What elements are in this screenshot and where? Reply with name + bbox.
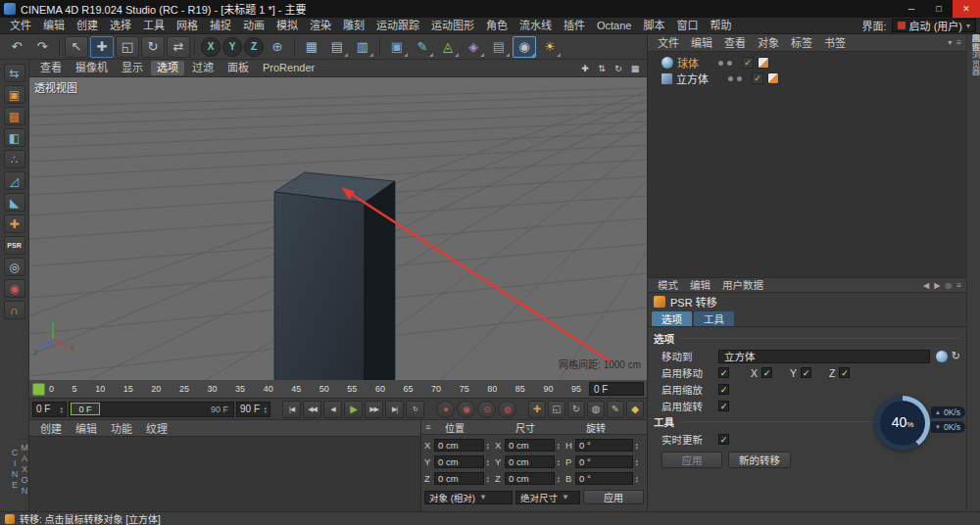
spinner-arrows[interactable] xyxy=(265,406,268,413)
coordinates-apply-button[interactable]: 应用 xyxy=(583,490,644,504)
pick-object-icon[interactable]: ↻ xyxy=(952,350,960,362)
material-menu-item[interactable]: 功能 xyxy=(105,420,138,436)
size-field[interactable]: 0 cm xyxy=(505,472,555,485)
points-mode-icon[interactable]: ∴ xyxy=(4,150,25,168)
play-button[interactable]: ▶ xyxy=(344,401,363,418)
material-menu-item[interactable]: 纹理 xyxy=(140,420,173,436)
rotation-field[interactable]: 0 ° xyxy=(575,472,633,485)
apply-button[interactable]: 应用 xyxy=(662,452,722,468)
spline-pen-icon[interactable]: ✎ xyxy=(411,36,434,58)
menu-item[interactable]: 文件 xyxy=(4,18,37,33)
viewport-menu-item[interactable]: 过滤 xyxy=(186,61,220,75)
edges-mode-icon[interactable]: ◿ xyxy=(4,171,25,190)
spinner-arrows[interactable] xyxy=(60,406,63,413)
axis-checkbox[interactable]: ✓ xyxy=(839,367,850,378)
spinner-arrows[interactable] xyxy=(486,475,489,483)
lock-z-axis-icon[interactable]: Z xyxy=(244,37,264,57)
spinner-arrows[interactable] xyxy=(486,458,489,466)
editor-visibility-dot[interactable] xyxy=(718,61,723,66)
record-parameter-toggle[interactable]: ◍ xyxy=(587,401,605,418)
spinner-arrows[interactable] xyxy=(486,442,489,450)
frame-range-slider[interactable]: 0 F 90 F xyxy=(69,402,234,417)
filter-icon[interactable]: ▾ xyxy=(948,38,952,47)
viewport-menu-item[interactable]: 摄像机 xyxy=(70,61,114,75)
timeline-playhead[interactable] xyxy=(32,383,45,396)
rotate-view-icon[interactable]: ↻ xyxy=(612,62,625,75)
size-mode-dropdown[interactable]: 绝对尺寸 ▼ xyxy=(515,491,580,504)
keyframe-presets-toggle[interactable]: ◆ xyxy=(626,401,644,418)
object-manager-menu-item[interactable]: 查看 xyxy=(719,35,751,51)
coordinate-mode-dropdown[interactable]: 对象 (相对) ▼ xyxy=(424,491,513,504)
menu-item[interactable]: 网格 xyxy=(171,18,204,33)
attribute-menu-item[interactable]: 模式 xyxy=(653,277,683,293)
cube-object[interactable] xyxy=(274,172,395,380)
model-mode-icon[interactable]: ▣ xyxy=(4,85,25,104)
timeline-ruler[interactable]: 05101520253035404550556065707580859095 0… xyxy=(29,380,647,399)
rotate-tool-icon[interactable]: ↻ xyxy=(141,36,165,58)
size-field[interactable]: 0 cm xyxy=(505,439,555,452)
tab-options[interactable]: 选项 xyxy=(652,311,692,326)
record-position-toggle[interactable]: ✚ xyxy=(528,401,546,418)
record-scale-toggle[interactable]: ◱ xyxy=(548,401,565,418)
object-name[interactable]: 立方体 xyxy=(676,71,709,86)
magnet-snap-icon[interactable]: ∩ xyxy=(4,301,25,319)
spinner-arrows[interactable] xyxy=(635,458,638,466)
record-keyframe-button[interactable]: ● xyxy=(436,401,455,418)
lock-panel-icon[interactable]: ◎ xyxy=(945,281,952,290)
viewport-menu-item[interactable]: 显示 xyxy=(116,61,149,75)
enabled-check-icon[interactable]: ✓ xyxy=(752,72,763,84)
menu-item[interactable]: 插件 xyxy=(558,18,591,33)
keyframe-selection-button[interactable]: ◍ xyxy=(498,401,516,418)
prev-frame-button[interactable]: ◀ xyxy=(323,401,342,418)
realtime-update-checkbox[interactable]: ✓ xyxy=(718,434,729,445)
menu-item[interactable]: 角色 xyxy=(480,18,514,33)
generators-icon[interactable]: ◬ xyxy=(436,36,460,58)
menu-item[interactable]: 窗口 xyxy=(670,18,704,33)
object-link-icon[interactable] xyxy=(936,351,948,362)
object-manager-menu-item[interactable]: 文件 xyxy=(653,35,684,51)
attribute-menu-item[interactable]: 用户数据 xyxy=(717,277,768,293)
record-rotation-toggle[interactable]: ↻ xyxy=(567,401,585,418)
polygons-mode-icon[interactable]: ◣ xyxy=(4,193,25,212)
record-pla-toggle[interactable]: ✎ xyxy=(607,401,624,418)
render-view-icon[interactable]: ▦ xyxy=(300,36,323,58)
position-field[interactable]: 0 cm xyxy=(434,472,484,485)
minimize-button[interactable]: ─ xyxy=(898,0,925,18)
menu-item[interactable]: 帮助 xyxy=(704,18,737,33)
maximize-button[interactable]: □ xyxy=(925,0,953,18)
object-manager-menu-item[interactable]: 书签 xyxy=(819,35,851,51)
menu-item[interactable]: 脚本 xyxy=(637,18,670,33)
camera-icon[interactable]: ◉ xyxy=(513,36,536,58)
primitive-cube-icon[interactable]: ▣ xyxy=(385,36,409,58)
pan-view-icon[interactable]: ✚ xyxy=(578,62,592,75)
menu-item[interactable]: 流水线 xyxy=(514,18,558,33)
texture-mode-icon[interactable]: ▩ xyxy=(4,107,25,125)
undo-icon[interactable]: ↶ xyxy=(5,36,28,58)
tab-layers[interactable]: 层 xyxy=(969,34,980,43)
panel-menu-icon[interactable]: ≡ xyxy=(956,281,961,290)
attribute-menu-item[interactable]: 编辑 xyxy=(685,277,715,293)
live-selection-icon[interactable]: ↖ xyxy=(65,36,88,58)
loop-button[interactable]: ↻ xyxy=(406,401,424,418)
history-back-icon[interactable]: ◀ xyxy=(923,281,929,290)
autokeying-button[interactable]: ◉ xyxy=(457,401,475,418)
move-to-object-field[interactable]: 立方体 xyxy=(718,350,930,363)
object-manager-menu-item[interactable]: 标签 xyxy=(786,35,817,51)
current-frame-box[interactable]: 0 F xyxy=(589,382,644,396)
progress-overlay-widget[interactable]: 40% xyxy=(875,396,930,451)
axis-checkbox[interactable]: ✓ xyxy=(801,367,811,378)
close-button[interactable]: ✕ xyxy=(953,0,980,18)
render-visibility-dot[interactable] xyxy=(727,61,732,66)
toggle-view-icon[interactable]: ▦ xyxy=(628,62,642,75)
spinner-arrows[interactable] xyxy=(557,442,560,450)
viewport-menu-item[interactable]: 查看 xyxy=(34,61,68,75)
menu-item[interactable]: 编辑 xyxy=(37,18,71,33)
enable-scale-checkbox[interactable]: ✓ xyxy=(718,384,729,395)
render-settings-icon[interactable]: ▥ xyxy=(351,36,374,58)
range-slider-handle[interactable]: 0 F xyxy=(71,403,100,415)
menu-item[interactable]: 工具 xyxy=(137,18,171,33)
goto-start-button[interactable]: |◀ xyxy=(282,401,301,418)
viewport-solo-icon[interactable]: ◉ xyxy=(4,279,25,298)
viewport-menu-item[interactable]: ProRender xyxy=(257,61,320,75)
recent-tool-icon[interactable]: ⇄ xyxy=(167,36,190,58)
